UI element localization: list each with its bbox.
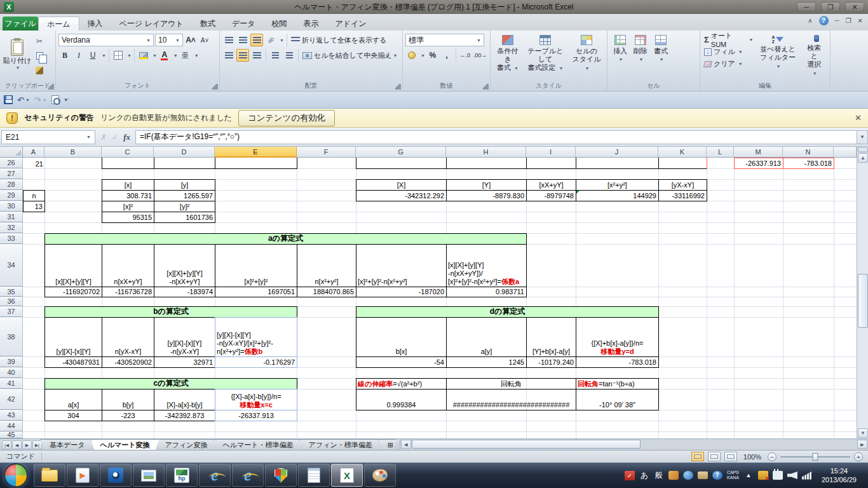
align-right-button[interactable] (250, 49, 263, 62)
collapse-ribbon-icon[interactable]: ∧ (808, 17, 812, 24)
sheet-tab-3[interactable]: ヘルマート・標準偏差 (214, 439, 303, 451)
power-status-icon[interactable] (773, 471, 783, 480)
row-header-32[interactable]: 32 (0, 222, 23, 233)
last-sheet-button[interactable]: ▶| (32, 440, 42, 449)
caps-kana-indicator[interactable]: CAPS KANA (727, 470, 739, 480)
sheet-tab-0[interactable]: 基本データ (40, 439, 95, 451)
cell-C31[interactable]: 95315 (102, 212, 154, 223)
tab-data[interactable]: データ (224, 17, 264, 30)
zoom-in-button[interactable]: + (854, 452, 863, 461)
cell-H34[interactable]: [x][X]+[y][Y] -n[xX+yY])/ [x]²+[y]²-n[x²… (446, 244, 527, 287)
cell-D28[interactable]: [y] (154, 179, 215, 191)
cell-E43[interactable]: -26337.913 (215, 410, 297, 421)
ime-tool-icon[interactable]: ✓ (625, 471, 635, 480)
scroll-left-button[interactable]: ◀ (401, 440, 411, 449)
fill-color-button[interactable] (137, 49, 150, 62)
cell-M26[interactable]: -26337.913 (734, 158, 783, 169)
tab-home[interactable]: ホーム (38, 17, 79, 30)
start-button[interactable] (4, 463, 28, 487)
column-header-D[interactable]: D (154, 147, 215, 158)
cell-E35[interactable]: 1697051 (215, 287, 297, 297)
tray-help-icon[interactable]: ? (712, 471, 722, 480)
copy-button[interactable] (33, 50, 46, 62)
cell-G34[interactable]: [x]²+[y]²-n[x²+y²] (356, 244, 447, 287)
cell-B33[interactable]: aの算定式 (44, 233, 527, 245)
taskbar-clock[interactable]: 15:24 2013/06/29 (817, 466, 862, 484)
cell-H42[interactable]: ############################## (446, 389, 576, 410)
excel-taskbar-taskbar-button[interactable]: X (331, 464, 363, 487)
cell-I38[interactable]: [Y]+b[x]-a[y] (526, 317, 576, 357)
column-header-I[interactable]: I (526, 147, 576, 158)
number-format-combo[interactable]: 標準▼ (405, 34, 484, 46)
workbook-close-icon[interactable]: ✕ (858, 17, 863, 24)
insert-cells-button[interactable]: 挿入 ▼ (610, 32, 630, 81)
insert-function-icon[interactable]: fx (123, 132, 130, 142)
comma-style-button[interactable]: , (440, 49, 453, 62)
cell-K26[interactable] (658, 158, 707, 169)
ime-conversion-mode[interactable]: 般 (654, 470, 664, 480)
row-header-35[interactable]: 35 (0, 287, 23, 297)
column-header-L[interactable]: L (707, 147, 734, 158)
cell-D30[interactable]: [y]² (154, 201, 215, 212)
cell-G35[interactable]: -187020 (356, 287, 447, 297)
sheet-tab-2[interactable]: アフィン変換 (156, 439, 217, 451)
accounting-format-button[interactable] (405, 49, 418, 62)
scroll-down-button[interactable]: ▼ (858, 428, 868, 438)
borders-button[interactable] (112, 49, 125, 62)
prev-sheet-button[interactable]: ◀ (12, 440, 22, 449)
align-middle-button[interactable] (236, 34, 249, 46)
cell-C29[interactable]: 308.731 (102, 190, 154, 201)
tab-page-layout[interactable]: ページ レイアウト (111, 17, 192, 30)
cell-B39[interactable]: -430487931 (44, 356, 102, 368)
row-header-43[interactable]: 43 (0, 410, 23, 421)
tab-insert[interactable]: 挿入 (79, 17, 111, 30)
cell-D31[interactable]: 1601736 (154, 212, 215, 223)
cut-button[interactable]: ✂ (33, 35, 46, 48)
ime-input-mode[interactable]: あ (639, 470, 649, 480)
row-header-41[interactable]: 41 (0, 378, 23, 389)
cell-B41[interactable]: cの算定式 (44, 378, 297, 390)
delete-cells-button[interactable]: 削除 ▼ (630, 32, 651, 81)
paint-taskbar-button[interactable] (364, 464, 396, 487)
row-header-29[interactable]: 29 (0, 190, 23, 201)
font-size-combo[interactable]: 10▼ (155, 34, 183, 46)
bold-button[interactable]: B (58, 49, 71, 62)
cell-G39[interactable]: -54 (356, 356, 447, 368)
first-sheet-button[interactable]: |◀ (2, 440, 11, 449)
decrease-decimal-button[interactable]: .00→ (473, 49, 487, 62)
print-preview-button[interactable] (51, 95, 59, 104)
format-cells-button[interactable]: 書式 ▼ (651, 32, 671, 81)
row-header-31[interactable]: 31 (0, 212, 23, 222)
cell-A30[interactable]: 13 (23, 201, 45, 212)
column-header-M[interactable]: M (734, 147, 783, 158)
cell-D43[interactable]: -342392.873 (154, 410, 215, 421)
save-button[interactable] (4, 95, 13, 104)
cell-A29[interactable]: n (23, 190, 45, 201)
grow-font-button[interactable]: A˄ (184, 34, 197, 46)
column-header-J[interactable]: J (576, 147, 658, 158)
fill-button[interactable]: ↓フィル▼ (703, 46, 754, 58)
normal-view-button[interactable] (691, 452, 704, 461)
cell-H28[interactable]: [Y] (446, 179, 527, 191)
redo-button[interactable]: ↷▼ (34, 95, 47, 105)
horizontal-scrollbar[interactable]: ◀ ▶ (400, 439, 868, 450)
page-break-view-button[interactable] (724, 452, 737, 461)
cell-D29[interactable]: 1265.597 (154, 190, 215, 201)
font-dialog-launcher[interactable] (212, 84, 218, 90)
hp-utility-taskbar-button[interactable] (166, 464, 198, 487)
cell-I39[interactable]: -10179.240 (526, 356, 576, 368)
internet-explorer-taskbar-button[interactable]: e (199, 464, 231, 487)
alignment-dialog-launcher[interactable] (395, 84, 401, 90)
cell-K28[interactable]: [yX-xY] (658, 179, 707, 191)
orientation-button[interactable]: ab (264, 34, 277, 46)
tab-addins[interactable]: アドイン (327, 17, 374, 30)
column-header-G[interactable]: G (356, 147, 446, 158)
formula-bar-expand-icon[interactable]: ▼ (857, 130, 868, 144)
cell-B34[interactable]: [x][X]+[y][Y] (44, 244, 102, 287)
cell-H41[interactable]: 回転角 (446, 378, 576, 390)
row-header-33[interactable]: 33 (0, 233, 23, 244)
cell-A26[interactable]: 21 (23, 158, 45, 169)
notepad-taskbar-button[interactable] (298, 464, 330, 487)
row-header-28[interactable]: 28 (0, 179, 23, 190)
cell-J38[interactable]: {[X]+b[x]-a[y]}/n= 移動量y=d (576, 317, 659, 357)
